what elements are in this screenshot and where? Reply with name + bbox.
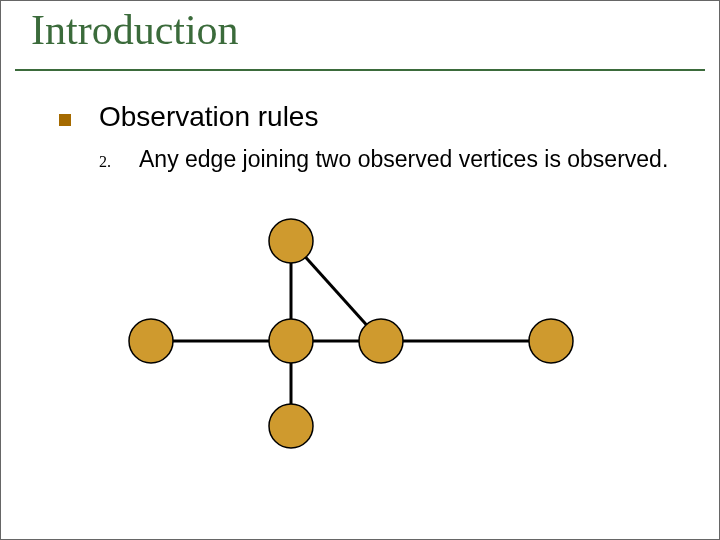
title-underline bbox=[15, 69, 705, 71]
sub-bullet-number: 2. bbox=[99, 153, 139, 171]
sub-bullet-row: 2. Any edge joining two observed vertice… bbox=[99, 146, 668, 173]
bullet-row: Observation rules bbox=[59, 101, 318, 133]
bullet-text: Observation rules bbox=[99, 101, 318, 133]
graph-node bbox=[529, 319, 573, 363]
graph-node bbox=[129, 319, 173, 363]
sub-bullet-text: Any edge joining two observed vertices i… bbox=[139, 146, 668, 173]
graph-node bbox=[269, 219, 313, 263]
page-title: Introduction bbox=[31, 6, 239, 54]
bullet-icon bbox=[59, 114, 71, 126]
graph-diagram bbox=[111, 211, 611, 471]
graph-node bbox=[269, 404, 313, 448]
slide: Introduction Observation rules 2. Any ed… bbox=[0, 0, 720, 540]
graph-node bbox=[269, 319, 313, 363]
graph-node bbox=[359, 319, 403, 363]
